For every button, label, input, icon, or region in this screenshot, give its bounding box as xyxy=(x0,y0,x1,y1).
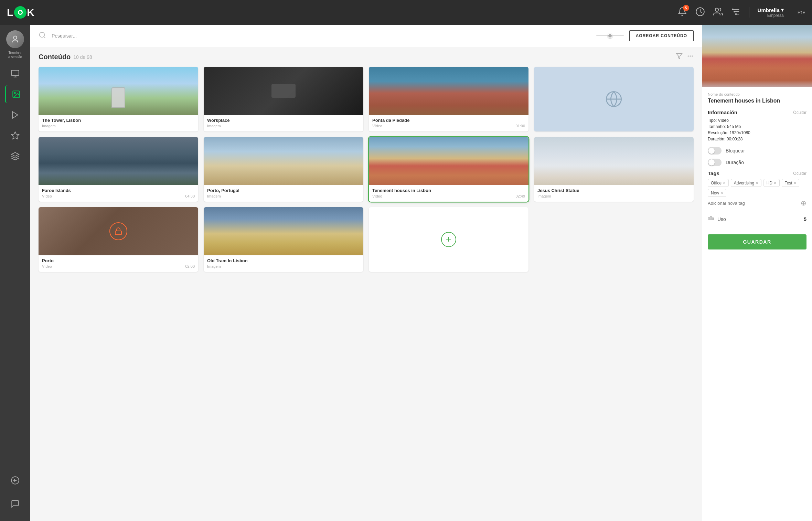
guardar-button[interactable]: GUARDAR xyxy=(708,234,806,249)
add-tag-row: ⊕ xyxy=(708,200,806,206)
tag-office[interactable]: Office × xyxy=(708,179,729,187)
tag-advertising-remove[interactable]: × xyxy=(756,180,758,185)
tag-test[interactable]: Test × xyxy=(782,179,800,187)
tags-section: Tags Ócultar Office × Advertising × HD × xyxy=(708,170,806,206)
settings-icon[interactable] xyxy=(731,7,741,18)
card-title: Workplace xyxy=(207,118,360,123)
svg-point-1 xyxy=(715,8,718,11)
svg-point-23 xyxy=(690,55,691,56)
svg-line-20 xyxy=(44,36,45,38)
card-tower-lisbon[interactable]: The Tower, Lisbon Imagem xyxy=(39,67,198,131)
more-options-icon[interactable] xyxy=(687,53,694,61)
panel-body: Nome do conteúdo Tenement houses in Lisb… xyxy=(702,87,812,232)
toggle-bloquear[interactable] xyxy=(708,147,722,155)
info-tamanho: Tamanho: 545 Mb xyxy=(708,124,806,129)
tag-advertising[interactable]: Advertising × xyxy=(731,179,761,187)
card-meta: Vídeo 04:30 xyxy=(42,194,195,198)
card-meta: Imagem xyxy=(537,194,690,198)
add-content-button[interactable]: AGREGAR CONTEÚDO xyxy=(629,30,694,41)
info-hide-link[interactable]: Ócultar xyxy=(793,110,806,115)
search-icon xyxy=(39,31,46,40)
card-info: Porto, Portugal Imagem xyxy=(204,185,363,202)
svg-rect-30 xyxy=(712,218,713,220)
tag-office-remove[interactable]: × xyxy=(723,180,726,185)
add-plus-icon: + xyxy=(441,232,456,247)
add-tag-button[interactable]: ⊕ xyxy=(801,200,806,206)
panel-preview xyxy=(702,25,812,87)
filter-icon[interactable] xyxy=(676,53,683,61)
card-info: Workplace Imagem xyxy=(204,115,363,131)
topbar-icons: 5 xyxy=(677,7,805,18)
card-title: Jesus Christ Statue xyxy=(537,188,690,193)
bloquear-label: Bloquear xyxy=(726,148,745,153)
svg-marker-21 xyxy=(676,54,682,59)
avatar[interactable] xyxy=(6,30,24,48)
card-info: Ponta da Piedade Vídeo 01:00 xyxy=(369,115,528,131)
tag-new[interactable]: New × xyxy=(708,189,726,197)
toggle-bloquear-row: Bloquear xyxy=(708,147,806,155)
add-content-card[interactable]: + xyxy=(369,207,528,272)
svg-point-7 xyxy=(735,13,737,15)
user-avatar-section[interactable]: Terminara sessão xyxy=(6,30,24,59)
search-input[interactable] xyxy=(52,33,591,39)
tag-test-remove[interactable]: × xyxy=(794,180,797,185)
card-thumbnail xyxy=(204,207,363,255)
tag-hd-remove[interactable]: × xyxy=(774,180,777,185)
clock-icon[interactable] xyxy=(695,7,705,18)
lock-icon xyxy=(109,222,127,240)
account-dropdown-icon: ▾ xyxy=(781,7,784,13)
tags-title: Tags xyxy=(708,170,719,176)
card-jesus-christ[interactable]: Jesus Christ Statue Imagem xyxy=(534,137,694,202)
svg-point-13 xyxy=(14,93,15,94)
sidebar-item-chat[interactable] xyxy=(5,495,25,513)
add-tag-input[interactable] xyxy=(708,201,798,206)
zoom-slider[interactable] xyxy=(596,35,624,36)
card-thumbnail xyxy=(204,67,363,115)
card-title: Porto xyxy=(42,258,195,263)
tag-hd[interactable]: HD × xyxy=(763,179,780,187)
signout-label: Terminara sessão xyxy=(8,51,22,59)
right-panel: Nome do conteúdo Tenement houses in Lisb… xyxy=(702,25,812,521)
svg-marker-16 xyxy=(11,152,19,156)
card-faroe-islands[interactable]: Faroe Islands Vídeo 04:30 xyxy=(39,137,198,202)
account-name-text: Umbrella xyxy=(758,7,780,13)
card-meta: Imagem xyxy=(207,194,360,198)
account-sub: Empresa xyxy=(767,13,784,18)
language-selector[interactable]: Pt ▾ xyxy=(798,10,805,15)
sidebar-item-star[interactable] xyxy=(5,127,25,145)
content-header: Conteúdo 10 de 98 xyxy=(30,47,702,64)
card-porto-locked[interactable]: Porto Vídeo 02:00 xyxy=(39,207,198,272)
card-workplace[interactable]: Workplace Imagem xyxy=(204,67,363,131)
card-ponta-piedade[interactable]: Ponta da Piedade Vídeo 01:00 xyxy=(369,67,528,131)
notification-badge: 5 xyxy=(683,5,689,11)
tag-new-remove[interactable]: × xyxy=(720,190,723,195)
info-title: Información xyxy=(708,109,737,115)
toggle-duracao[interactable] xyxy=(708,159,722,166)
card-lookdigitalsignage[interactable]: Lookdigitalsignage.com Site xyxy=(534,67,694,131)
card-porto-portugal[interactable]: Porto, Portugal Imagem xyxy=(204,137,363,202)
notifications-icon[interactable]: 5 xyxy=(677,7,687,18)
card-info: Old Tram In Lisbon Imagem xyxy=(204,255,363,272)
card-tenement-lisbon[interactable]: Tenement houses in Lisbon Vídeo 02:49 xyxy=(369,137,528,202)
tags-hide-link[interactable]: Ócultar xyxy=(793,171,806,176)
card-meta: Imagem xyxy=(207,264,360,268)
content-count: 10 de 98 xyxy=(73,54,92,60)
logo[interactable]: L K xyxy=(7,6,35,19)
tags-list: Office × Advertising × HD × Test × xyxy=(708,179,806,197)
sidebar-item-video[interactable] xyxy=(5,106,25,124)
sidebar-item-layers[interactable] xyxy=(5,147,25,165)
card-title: Old Tram In Lisbon xyxy=(207,258,360,263)
uso-label: Uso xyxy=(717,216,801,222)
topbar: L K 5 xyxy=(0,0,812,25)
svg-point-24 xyxy=(692,55,693,56)
sidebar-item-screen[interactable] xyxy=(5,65,25,83)
account-info[interactable]: Umbrella ▾ Empresa xyxy=(758,7,784,18)
users-icon[interactable] xyxy=(713,7,723,18)
sidebar-item-back[interactable] xyxy=(5,471,25,489)
card-old-tram[interactable]: Old Tram In Lisbon Imagem xyxy=(204,207,363,272)
card-meta: Vídeo 02:00 xyxy=(42,264,195,268)
card-thumbnail xyxy=(369,67,528,115)
card-title: Faroe Islands xyxy=(42,188,195,193)
sidebar-item-images[interactable] xyxy=(5,85,25,103)
card-thumbnail xyxy=(39,137,198,185)
